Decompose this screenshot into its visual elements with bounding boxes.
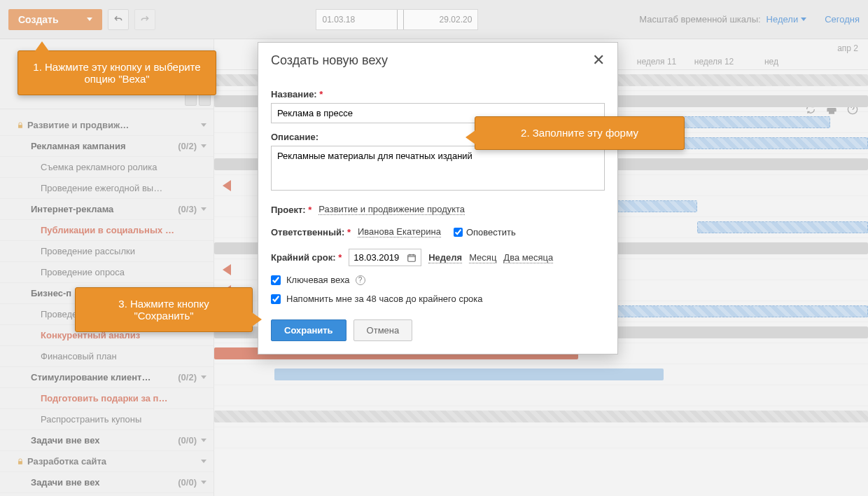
notify-checkbox[interactable]: Оповестить [454, 227, 516, 237]
dialog-footer: Сохранить Отмена [271, 319, 605, 341]
preset-month[interactable]: Месяц [469, 252, 496, 263]
project-label: Проект: * [271, 205, 312, 215]
svg-rect-1 [408, 254, 416, 261]
callout-step-1: 1. Нажмите эту кнопку и выберите опцию "… [18, 50, 216, 95]
responsible-label: Ответственный: * [271, 227, 351, 237]
key-milestone-checkbox[interactable]: Ключевая веха? [271, 275, 605, 285]
cancel-button[interactable]: Отмена [354, 319, 413, 341]
save-button[interactable]: Сохранить [271, 319, 346, 341]
remind-checkbox[interactable]: Напомнить мне за 48 часов до крайнего ср… [271, 294, 605, 304]
key-milestone-label: Ключевая веха [286, 275, 350, 285]
responsible-select[interactable]: Иванова Екатерина [358, 226, 441, 237]
preset-week[interactable]: Неделя [428, 252, 462, 263]
callout-step-2: 2. Заполните эту форму [475, 116, 685, 150]
deadline-input[interactable] [349, 249, 421, 266]
calendar-icon [407, 253, 416, 263]
dialog-title: Создать новую веху [271, 53, 388, 68]
dialog-header: Создать новую веху ✕ [258, 43, 617, 78]
remind-label: Напомнить мне за 48 часов до крайнего ср… [286, 294, 483, 304]
notify-label: Оповестить [466, 227, 516, 237]
callout-step-3: 3. Нажмите кнопку "Сохранить" [75, 287, 253, 332]
deadline-label: Крайний срок: * [271, 252, 342, 263]
name-label: Название: * [271, 89, 605, 99]
project-select[interactable]: Развитие и продвижение продукта [318, 204, 465, 215]
create-milestone-dialog: Создать новую веху ✕ Название: * Описани… [258, 42, 618, 354]
close-icon[interactable]: ✕ [592, 53, 605, 68]
description-input[interactable]: Рекламные материалы для печатных изданий [271, 146, 605, 191]
help-icon[interactable]: ? [356, 275, 365, 285]
preset-two-months[interactable]: Два месяца [503, 252, 553, 263]
deadline-field[interactable] [354, 252, 402, 263]
